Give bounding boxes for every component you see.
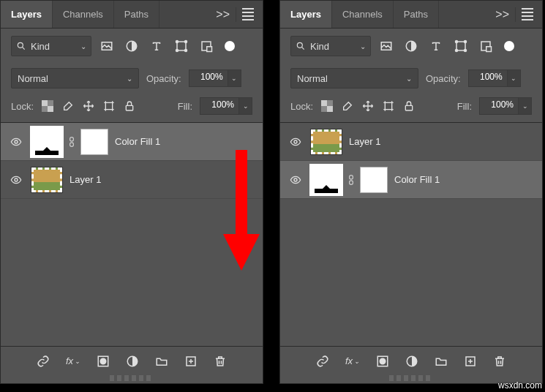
layer-mask-thumbnail[interactable] (361, 167, 387, 192)
tab-paths[interactable]: Paths (394, 1, 439, 28)
svg-point-0 (18, 42, 23, 48)
shape-filter-icon[interactable] (454, 39, 467, 53)
layers-list: Layer 1 Color Fill 1 (280, 123, 542, 346)
delete-layer-icon[interactable] (493, 355, 506, 368)
blend-mode-select[interactable]: Normal ⌄ (11, 68, 139, 88)
filter-toggle-icon[interactable] (504, 41, 514, 51)
filter-row: Kind ⌄ (1, 29, 263, 64)
adjustment-filter-icon[interactable] (125, 39, 138, 53)
lock-transparency-icon[interactable] (41, 99, 54, 113)
kind-label: Kind (310, 41, 329, 52)
tab-layers[interactable]: Layers (280, 1, 332, 28)
tab-layers[interactable]: Layers (1, 1, 53, 28)
lock-all-icon[interactable] (123, 99, 136, 113)
type-filter-icon[interactable] (150, 39, 163, 53)
mask-link-icon[interactable] (346, 174, 356, 186)
chevron-down-icon: ⌄ (127, 75, 132, 83)
layer-thumbnail-image[interactable] (311, 129, 342, 154)
panel-menu-icon[interactable] (522, 8, 533, 20)
svg-rect-43 (327, 100, 333, 106)
svg-rect-20 (70, 142, 74, 146)
fx-icon[interactable]: fx⌄ (66, 355, 80, 366)
lock-brush-icon[interactable] (61, 99, 75, 113)
kind-filter-select[interactable]: Kind ⌄ (290, 36, 371, 56)
resize-grip[interactable] (110, 375, 154, 381)
link-layers-icon[interactable] (316, 355, 329, 368)
svg-line-31 (301, 47, 304, 49)
tab-paths[interactable]: Paths (114, 1, 159, 28)
fill-input[interactable]: 100% (479, 97, 519, 115)
lock-transparency-icon[interactable] (320, 99, 334, 113)
lock-label: Lock: (11, 101, 34, 112)
visibility-toggle-icon[interactable] (8, 174, 24, 186)
new-layer-icon[interactable] (464, 355, 477, 368)
layer-name[interactable]: Color Fill 1 (394, 174, 440, 185)
fill-label: Fill: (457, 101, 472, 112)
layer-thumbnail-image[interactable] (31, 167, 62, 192)
new-group-icon[interactable] (155, 355, 168, 368)
image-filter-icon[interactable] (380, 39, 393, 53)
opacity-chevron-icon[interactable]: ⌄ (508, 69, 521, 87)
add-mask-icon[interactable] (376, 355, 389, 368)
layer-row[interactable]: Layer 1 (280, 123, 542, 161)
blend-row: Normal ⌄ Opacity: 100% ⌄ (1, 64, 263, 93)
visibility-toggle-icon[interactable] (287, 136, 304, 148)
blend-mode-select[interactable]: Normal ⌄ (290, 68, 418, 88)
opacity-input[interactable]: 100% (468, 69, 508, 87)
opacity-chevron-icon[interactable]: ⌄ (228, 69, 241, 87)
type-filter-icon[interactable] (429, 39, 443, 53)
collapse-button[interactable]: >> (216, 8, 230, 21)
lock-label: Lock: (290, 101, 313, 112)
lock-move-icon[interactable] (82, 99, 95, 113)
svg-rect-46 (405, 105, 412, 110)
link-layers-icon[interactable] (37, 355, 50, 368)
new-group-icon[interactable] (435, 355, 448, 368)
lock-all-icon[interactable] (402, 99, 416, 113)
new-adjustment-icon[interactable] (405, 355, 418, 368)
filter-row: Kind ⌄ (280, 29, 542, 64)
lock-move-icon[interactable] (361, 99, 375, 113)
opacity-input[interactable]: 100% (189, 69, 228, 87)
fill-chevron-icon[interactable]: ⌄ (239, 97, 252, 115)
svg-point-38 (465, 50, 467, 52)
add-mask-icon[interactable] (97, 355, 110, 368)
layer-thumbnail-adjustment[interactable] (311, 165, 342, 195)
delete-layer-icon[interactable] (214, 355, 227, 368)
new-adjustment-icon[interactable] (126, 355, 139, 368)
fx-icon[interactable]: fx⌄ (345, 355, 360, 366)
smartobject-filter-icon[interactable] (479, 39, 492, 53)
svg-rect-10 (207, 47, 212, 52)
mask-link-icon[interactable] (67, 136, 77, 148)
svg-rect-4 (177, 42, 186, 50)
resize-grip[interactable] (389, 375, 433, 381)
chevron-down-icon: ⌄ (80, 42, 86, 50)
adjustment-filter-icon[interactable] (405, 39, 418, 53)
layer-thumbnail-adjustment[interactable] (31, 127, 62, 157)
new-layer-icon[interactable] (184, 355, 198, 368)
collapse-button[interactable]: >> (495, 8, 509, 21)
layer-mask-thumbnail[interactable] (81, 129, 108, 154)
visibility-toggle-icon[interactable] (8, 136, 24, 148)
layer-row[interactable]: Color Fill 1 (280, 161, 542, 199)
kind-filter-select[interactable]: Kind ⌄ (11, 36, 91, 56)
layer-name[interactable]: Color Fill 1 (115, 136, 160, 147)
divider (236, 7, 236, 22)
image-filter-icon[interactable] (100, 39, 113, 53)
layer-name[interactable]: Layer 1 (69, 174, 101, 185)
layer-name[interactable]: Layer 1 (349, 136, 380, 147)
shape-filter-icon[interactable] (175, 39, 188, 53)
filter-toggle-icon[interactable] (225, 41, 235, 51)
fill-chevron-icon[interactable]: ⌄ (519, 97, 532, 115)
smartobject-filter-icon[interactable] (200, 39, 213, 53)
svg-rect-44 (321, 106, 327, 112)
lock-artboard-icon[interactable] (382, 99, 395, 113)
tab-channels[interactable]: Channels (332, 1, 394, 28)
fill-input[interactable]: 100% (200, 97, 239, 115)
panel-menu-icon[interactable] (242, 8, 254, 20)
svg-rect-49 (350, 175, 353, 179)
visibility-toggle-icon[interactable] (287, 174, 304, 186)
tab-channels[interactable]: Channels (53, 1, 114, 28)
lock-brush-icon[interactable] (341, 99, 354, 113)
lock-artboard-icon[interactable] (102, 99, 116, 113)
svg-rect-15 (42, 106, 48, 112)
